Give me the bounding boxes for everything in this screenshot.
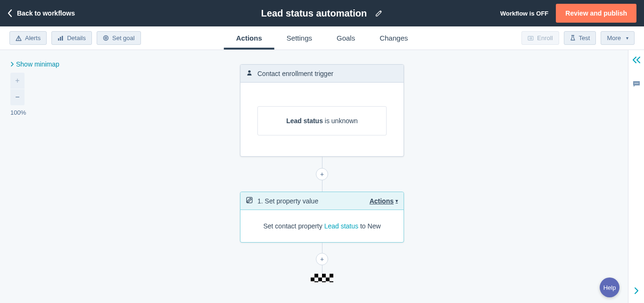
action-middle: to — [360, 222, 366, 230]
bar-chart-icon — [58, 35, 64, 41]
details-label: Details — [67, 34, 86, 42]
end-flag-icon — [311, 274, 333, 282]
caret-down-icon: ▾ — [396, 198, 398, 203]
trigger-card-body: Lead status is unknown — [240, 83, 404, 156]
comments-icon[interactable] — [632, 80, 641, 88]
svg-point-8 — [248, 70, 250, 73]
more-button[interactable]: More ▾ — [601, 31, 635, 45]
edit-icon — [246, 197, 253, 205]
add-step-button[interactable]: + — [316, 168, 328, 180]
connector-line — [322, 180, 322, 192]
svg-point-6 — [105, 37, 107, 39]
workflow-status: Workflow is OFF — [500, 10, 548, 17]
top-header: Back to workflows Lead status automation… — [0, 0, 644, 26]
toolbar-left: Alerts Details Set goal — [9, 31, 141, 45]
connector-line — [322, 157, 322, 168]
tabs: Actions Settings Goals Changes — [224, 26, 420, 50]
tab-actions[interactable]: Actions — [224, 26, 274, 50]
svg-rect-3 — [60, 37, 61, 41]
toolbar-right: Enroll Test More ▾ — [521, 31, 635, 45]
trigger-property: Lead status — [286, 117, 323, 125]
zoom-level: 100% — [10, 109, 26, 116]
svg-rect-2 — [58, 38, 59, 41]
right-side-rail — [628, 50, 644, 303]
trigger-card-header: Contact enrollment trigger — [240, 65, 404, 83]
action-property-link[interactable]: Lead status — [324, 222, 358, 230]
workflow-canvas: Show minimap + − 100% Contact enrollment… — [0, 50, 644, 303]
edit-title-icon[interactable] — [375, 9, 383, 17]
zoom-out-button[interactable]: − — [10, 89, 25, 105]
enroll-icon — [528, 35, 534, 41]
add-step-button[interactable]: + — [316, 253, 328, 265]
connector-line — [322, 243, 322, 253]
chevron-left-icon — [8, 9, 12, 17]
alerts-button[interactable]: Alerts — [9, 31, 47, 45]
tab-goals[interactable]: Goals — [324, 26, 367, 50]
caret-down-icon: ▾ — [626, 35, 628, 41]
toolbar: Alerts Details Set goal Actions Settings… — [0, 26, 644, 50]
trigger-header-label: Contact enrollment trigger — [257, 70, 333, 77]
trigger-condition-chip[interactable]: Lead status is unknown — [257, 106, 387, 135]
expand-panel-icon[interactable] — [634, 287, 639, 295]
workflow-flow: Contact enrollment trigger Lead status i… — [240, 64, 404, 282]
action-header-left: 1. Set property value — [246, 197, 318, 205]
collapse-panel-icon[interactable] — [632, 57, 641, 63]
action-menu-link[interactable]: Actions ▾ — [370, 197, 398, 205]
action-card-header: 1. Set property value Actions ▾ — [240, 192, 404, 210]
svg-point-1 — [18, 39, 19, 40]
minimap-label: Show minimap — [16, 60, 59, 68]
enroll-label: Enroll — [537, 34, 553, 42]
action-card-body: Set contact property Lead status to New — [240, 210, 404, 242]
review-publish-button[interactable]: Review and publish — [556, 4, 636, 23]
svg-point-11 — [636, 83, 637, 84]
enroll-button: Enroll — [521, 31, 559, 45]
page-title: Lead status automation — [261, 8, 367, 19]
header-right: Workflow is OFF Review and publish — [500, 4, 636, 23]
help-button[interactable]: Help — [600, 278, 619, 297]
svg-point-10 — [635, 83, 636, 84]
svg-point-12 — [637, 83, 638, 84]
title-area: Lead status automation — [261, 8, 383, 19]
action-step-label: 1. Set property value — [257, 197, 318, 205]
zoom-controls: + − 100% — [10, 73, 26, 116]
more-label: More — [607, 34, 621, 42]
show-minimap-toggle[interactable]: Show minimap — [10, 60, 59, 68]
tab-changes[interactable]: Changes — [367, 26, 420, 50]
action-value: New — [368, 222, 381, 230]
test-button[interactable]: Test — [564, 31, 596, 45]
trigger-condition: is unknown — [325, 117, 358, 125]
contact-icon — [246, 69, 253, 77]
target-icon — [103, 35, 109, 41]
back-label: Back to workflows — [17, 9, 75, 17]
chevron-right-icon — [10, 60, 14, 68]
details-button[interactable]: Details — [51, 31, 92, 45]
svg-point-5 — [103, 36, 108, 41]
trigger-card[interactable]: Contact enrollment trigger Lead status i… — [240, 64, 404, 157]
zoom-in-button[interactable]: + — [10, 73, 25, 89]
action-prefix: Set contact property — [263, 222, 322, 230]
action-card[interactable]: 1. Set property value Actions ▾ Set cont… — [240, 192, 404, 243]
set-goal-label: Set goal — [112, 34, 135, 42]
set-goal-button[interactable]: Set goal — [97, 31, 141, 45]
alerts-label: Alerts — [25, 34, 41, 42]
svg-rect-9 — [247, 197, 252, 203]
test-label: Test — [579, 34, 590, 42]
action-menu-label: Actions — [370, 197, 394, 205]
svg-rect-4 — [62, 36, 63, 41]
connector-line — [322, 265, 322, 274]
flask-icon — [570, 35, 576, 41]
back-to-workflows-link[interactable]: Back to workflows — [8, 9, 75, 17]
alert-icon — [16, 35, 22, 41]
tab-settings[interactable]: Settings — [274, 26, 324, 50]
